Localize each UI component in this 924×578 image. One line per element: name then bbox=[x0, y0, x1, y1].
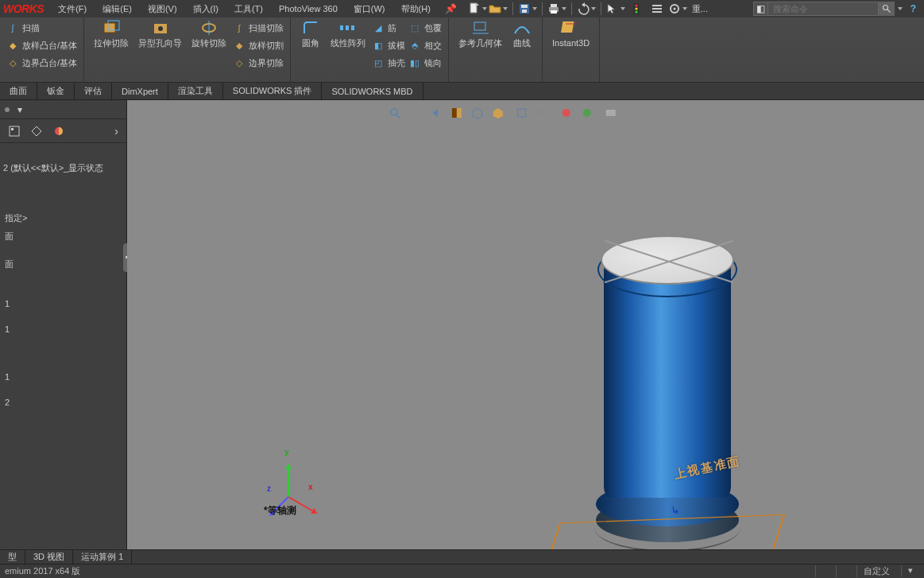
fillet-button[interactable]: 圆角 bbox=[296, 19, 326, 72]
feature-tree-tab-icon[interactable] bbox=[5, 122, 24, 140]
menu-window[interactable]: 窗口(W) bbox=[346, 2, 393, 17]
boundary-cut-button[interactable]: ◇边界切除 bbox=[231, 54, 285, 72]
status-custom[interactable]: 自定义 bbox=[856, 565, 896, 577]
menu-help[interactable]: 帮助(H) bbox=[393, 2, 439, 17]
tab-render[interactable]: 渲染工具 bbox=[168, 83, 223, 99]
list-icon[interactable] bbox=[648, 1, 667, 17]
tab-model[interactable]: 型 bbox=[0, 550, 25, 564]
graphics-viewport[interactable]: 上视基准面 ↳ y x z *等轴测 bbox=[127, 100, 924, 549]
rib-button[interactable]: ◢筋 bbox=[370, 19, 407, 37]
tree-plane-a[interactable]: 面 bbox=[0, 227, 126, 246]
status-seg-1 bbox=[815, 565, 831, 577]
mirror-icon: ▮▯ bbox=[408, 56, 421, 69]
feature-tree-panel: ▾ › 2 (默认<<默认>_显示状态 指定> 面 面 1 1 1 2 bbox=[0, 100, 127, 549]
menu-view[interactable]: 视图(V) bbox=[140, 2, 185, 17]
display-tab-icon[interactable] bbox=[49, 122, 68, 140]
axis-z-label: z bbox=[267, 484, 271, 493]
tree-item-1b[interactable]: 1 bbox=[0, 321, 126, 337]
svg-rect-30 bbox=[474, 22, 485, 30]
revolved-cut-button[interactable]: 旋转切除 bbox=[187, 19, 231, 72]
config-tab-icon[interactable] bbox=[27, 122, 46, 140]
prev-view-icon[interactable] bbox=[427, 105, 443, 121]
tab-addins[interactable]: SOLIDWORKS 插件 bbox=[223, 83, 323, 99]
traffic-light-icon[interactable] bbox=[627, 1, 646, 17]
svg-rect-32 bbox=[561, 21, 574, 33]
tab-sheetmetal[interactable]: 钣金 bbox=[37, 83, 75, 99]
section-view-icon[interactable] bbox=[448, 105, 464, 121]
boundary-boss-button[interactable]: ◇边界凸台/基体 bbox=[5, 54, 79, 72]
panel-dot-icon bbox=[5, 107, 10, 112]
save-icon[interactable] bbox=[518, 1, 537, 17]
tree-item-2[interactable]: 2 bbox=[0, 394, 126, 410]
pin-icon[interactable]: 📌 bbox=[439, 3, 463, 14]
svg-rect-29 bbox=[351, 25, 354, 30]
zoom-area-icon[interactable] bbox=[407, 105, 423, 121]
origin-triad-icon: ↳ bbox=[670, 503, 680, 516]
appearance-icon[interactable] bbox=[558, 105, 574, 121]
search-go-icon[interactable] bbox=[879, 2, 895, 16]
select-cursor-icon[interactable] bbox=[606, 1, 625, 17]
instant3d-button[interactable]: Instant3D bbox=[547, 19, 594, 48]
tab-evaluate[interactable]: 评估 bbox=[75, 83, 112, 99]
eye-icon[interactable] bbox=[534, 105, 550, 121]
menu-file[interactable]: 文件(F) bbox=[50, 2, 95, 17]
tab-dimxpert[interactable]: DimXpert bbox=[112, 83, 168, 99]
search-input[interactable] bbox=[767, 2, 879, 16]
draft-button[interactable]: ◧拔模 bbox=[370, 37, 407, 54]
svg-point-13 bbox=[635, 10, 637, 13]
hole-wizard-button[interactable]: 异型孔向导 bbox=[133, 19, 187, 72]
search-scope-icon[interactable]: ◧ bbox=[753, 2, 767, 16]
lofted-cut-button[interactable]: ◆放样切割 bbox=[231, 37, 285, 54]
menu-insert[interactable]: 插入(I) bbox=[185, 2, 226, 17]
zoom-fit-icon[interactable] bbox=[386, 105, 402, 121]
tree-config-line[interactable]: 2 (默认<<默认>_显示状态 bbox=[0, 159, 126, 177]
tree-item-1c[interactable]: 1 bbox=[0, 369, 126, 385]
new-doc-icon[interactable] bbox=[468, 1, 487, 17]
tab-3dview[interactable]: 3D 视图 bbox=[25, 550, 73, 564]
rib-icon: ◢ bbox=[372, 21, 385, 34]
tab-surface[interactable]: 曲面 bbox=[0, 83, 37, 99]
panel-chevron-right-icon[interactable]: › bbox=[111, 125, 122, 138]
swept-cut-button[interactable]: ∫扫描切除 bbox=[231, 19, 285, 37]
wrap-button[interactable]: ⬚包覆 bbox=[407, 19, 443, 37]
linear-pattern-icon bbox=[338, 19, 358, 37]
scene-icon[interactable] bbox=[578, 105, 594, 121]
view-orient-icon[interactable] bbox=[469, 105, 485, 121]
hide-show-icon[interactable] bbox=[513, 105, 529, 121]
lofted-cut-icon: ◆ bbox=[233, 39, 245, 52]
open-doc-icon[interactable] bbox=[489, 1, 508, 17]
undo-icon[interactable] bbox=[577, 1, 596, 17]
tree-annotations[interactable]: 指定> bbox=[0, 209, 126, 227]
help-icon[interactable]: ? bbox=[906, 3, 921, 14]
svg-point-12 bbox=[635, 7, 637, 10]
sweep-button[interactable]: ∫扫描 bbox=[5, 19, 79, 37]
svg-point-39 bbox=[390, 109, 396, 115]
linear-pattern-button[interactable]: 线性阵列 bbox=[326, 19, 370, 72]
extruded-cut-button[interactable]: 拉伸切除 bbox=[89, 19, 133, 72]
panel-dropdown-icon[interactable]: ▾ bbox=[17, 104, 22, 115]
loft-icon: ◆ bbox=[6, 39, 19, 52]
tab-mbd[interactable]: SOLIDWORKS MBD bbox=[322, 83, 423, 99]
menu-edit[interactable]: 编辑(E) bbox=[95, 2, 140, 17]
display-style-icon[interactable] bbox=[489, 105, 505, 121]
status-dropdown-icon[interactable]: ▾ bbox=[901, 565, 919, 577]
tree-plane-b[interactable]: 面 bbox=[0, 255, 126, 273]
shell-button[interactable]: ◰抽壳 bbox=[370, 54, 407, 72]
intersect-icon: ⬘ bbox=[408, 39, 421, 52]
menu-photoview[interactable]: PhotoView 360 bbox=[271, 2, 346, 15]
svg-rect-14 bbox=[652, 5, 662, 6]
menu-tools[interactable]: 工具(T) bbox=[226, 2, 271, 17]
svg-rect-21 bbox=[104, 23, 115, 33]
rebuild-button[interactable]: 重... bbox=[689, 2, 711, 17]
ref-geometry-button[interactable]: 参考几何体 bbox=[454, 19, 507, 48]
svg-marker-36 bbox=[32, 126, 41, 136]
curves-button[interactable]: 曲线 bbox=[507, 19, 537, 48]
print-icon[interactable] bbox=[547, 1, 566, 17]
intersect-button[interactable]: ⬘相交 bbox=[407, 37, 443, 54]
tree-item-1a[interactable]: 1 bbox=[0, 296, 126, 312]
tab-motion-study[interactable]: 运动算例 1 bbox=[73, 550, 132, 564]
loft-boss-button[interactable]: ◆放样凸台/基体 bbox=[5, 37, 79, 54]
mirror-button[interactable]: ▮▯镜向 bbox=[407, 54, 443, 72]
options-gear-icon[interactable] bbox=[668, 1, 687, 17]
view-settings-icon[interactable] bbox=[602, 105, 618, 121]
